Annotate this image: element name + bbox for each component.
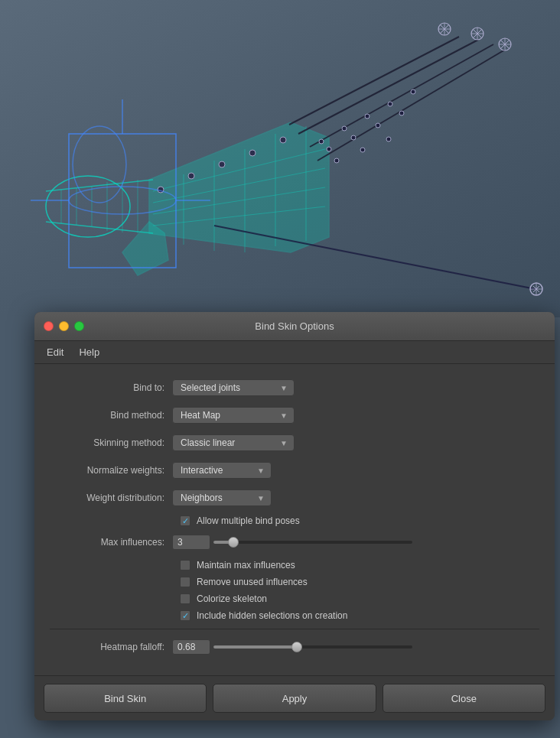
- colorize-skeleton-row: Colorize skeleton: [50, 593, 539, 604]
- skinning-method-dropdown[interactable]: Classic linear ▼: [172, 434, 295, 451]
- svg-point-36: [386, 137, 391, 141]
- allow-multiple-bind-poses-row: Allow multiple bind poses: [50, 515, 539, 526]
- bind-method-arrow-icon: ▼: [280, 411, 288, 420]
- bind-method-label: Bind method:: [50, 410, 172, 421]
- svg-point-30: [327, 147, 331, 151]
- button-bar: Bind Skin Apply Close: [34, 675, 555, 720]
- skinning-method-label: Skinning method:: [50, 437, 172, 448]
- close-window-button[interactable]: [44, 321, 54, 331]
- max-influences-row: Max influences: 3: [50, 532, 539, 552]
- maintain-max-influences-label: Maintain max influences: [197, 560, 295, 571]
- menu-item-help[interactable]: Help: [73, 344, 106, 360]
- svg-point-29: [411, 89, 415, 94]
- bind-to-label: Bind to:: [50, 382, 172, 393]
- bind-to-arrow-icon: ▼: [280, 384, 288, 392]
- normalize-weights-value: Interactive: [181, 465, 223, 476]
- include-hidden-selections-row: Include hidden selections on creation: [50, 610, 539, 621]
- colorize-skeleton-label: Colorize skeleton: [197, 593, 267, 604]
- svg-point-34: [334, 158, 339, 163]
- skinning-method-value: Classic linear: [181, 437, 235, 448]
- max-influences-label: Max influences:: [50, 537, 172, 548]
- heatmap-falloff-row: Heatmap falloff: 0.68: [50, 637, 539, 657]
- normalize-weights-dropdown[interactable]: Interactive ▼: [172, 462, 272, 479]
- svg-point-26: [342, 126, 347, 131]
- remove-unused-influences-checkbox[interactable]: [180, 577, 190, 587]
- bind-method-value: Heat Map: [181, 410, 220, 421]
- svg-point-38: [188, 173, 194, 179]
- skinning-method-arrow-icon: ▼: [280, 439, 288, 447]
- bind-method-row: Bind method: Heat Map ▼: [50, 405, 539, 425]
- include-hidden-selections-label: Include hidden selections on creation: [197, 610, 347, 621]
- close-button[interactable]: Close: [383, 684, 545, 713]
- weight-distribution-value: Neighbors: [181, 493, 223, 503]
- traffic-lights: [44, 321, 84, 331]
- svg-point-32: [376, 123, 380, 128]
- bind-to-dropdown[interactable]: Selected joints ▼: [172, 379, 295, 396]
- maximize-window-button[interactable]: [74, 321, 84, 331]
- svg-point-41: [280, 137, 286, 143]
- dialog-title: Bind Skin Options: [255, 320, 334, 332]
- include-hidden-selections-checkbox[interactable]: [180, 610, 190, 621]
- colorize-skeleton-checkbox[interactable]: [180, 593, 190, 604]
- allow-multiple-bind-poses-label: Allow multiple bind poses: [197, 515, 300, 526]
- svg-point-40: [249, 150, 256, 156]
- normalize-weights-arrow-icon: ▼: [257, 467, 265, 475]
- bind-to-row: Bind to: Selected joints ▼: [50, 378, 539, 398]
- normalize-weights-label: Normalize weights:: [50, 465, 172, 476]
- weight-distribution-label: Weight distribution:: [50, 493, 172, 503]
- svg-point-31: [351, 135, 356, 140]
- heatmap-falloff-label: Heatmap falloff:: [50, 642, 172, 652]
- heatmap-falloff-value[interactable]: 0.68: [172, 639, 210, 655]
- titlebar: Bind Skin Options: [34, 312, 555, 341]
- max-influences-slider-container: 3: [172, 535, 412, 550]
- weight-distribution-row: Weight distribution: Neighbors ▼: [50, 488, 539, 508]
- bind-method-dropdown[interactable]: Heat Map ▼: [172, 407, 295, 424]
- maintain-max-influences-row: Maintain max influences: [50, 560, 539, 571]
- bind-skin-options-dialog: Bind Skin Options Edit Help Bind to: Sel…: [34, 312, 555, 720]
- remove-unused-influences-row: Remove unused influences: [50, 577, 539, 587]
- svg-point-35: [360, 148, 365, 152]
- apply-button[interactable]: Apply: [213, 684, 376, 713]
- weight-distribution-dropdown[interactable]: Neighbors ▼: [172, 489, 272, 506]
- max-influences-value[interactable]: 3: [172, 535, 210, 550]
- skinning-method-row: Skinning method: Classic linear ▼: [50, 433, 539, 453]
- bind-to-value: Selected joints: [181, 382, 240, 393]
- max-influences-slider[interactable]: [213, 541, 412, 544]
- weight-distribution-arrow-icon: ▼: [257, 494, 265, 502]
- form-content: Bind to: Selected joints ▼ Bind method: …: [34, 364, 555, 675]
- svg-point-28: [388, 102, 392, 106]
- viewport: [0, 0, 560, 317]
- menu-item-edit[interactable]: Edit: [41, 344, 70, 360]
- allow-multiple-bind-poses-checkbox[interactable]: [180, 515, 190, 526]
- maintain-max-influences-checkbox[interactable]: [180, 560, 190, 571]
- svg-point-25: [319, 139, 324, 144]
- separator: [50, 629, 539, 629]
- heatmap-falloff-slider-container: 0.68: [172, 639, 412, 655]
- remove-unused-influences-label: Remove unused influences: [197, 577, 308, 587]
- heatmap-falloff-slider[interactable]: [213, 645, 412, 649]
- bind-skin-button[interactable]: Bind Skin: [44, 684, 207, 713]
- menubar: Edit Help: [34, 341, 555, 364]
- svg-point-27: [365, 114, 370, 119]
- svg-point-33: [399, 111, 404, 115]
- svg-point-39: [219, 161, 225, 167]
- normalize-weights-row: Normalize weights: Interactive ▼: [50, 460, 539, 480]
- minimize-window-button[interactable]: [59, 321, 69, 331]
